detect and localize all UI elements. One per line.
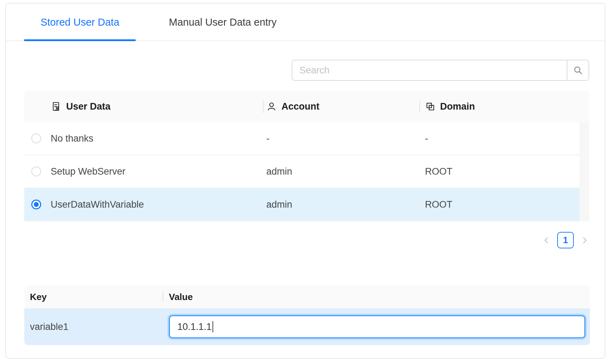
column-divider xyxy=(419,100,420,113)
variable-value-text: 10.1.1.1 xyxy=(177,321,212,332)
account-cell: admin xyxy=(263,199,419,210)
radio-button[interactable] xyxy=(31,167,41,176)
column-label-domain: Domain xyxy=(440,101,475,112)
user-data-table-header: User Data Account Domain xyxy=(24,91,589,122)
domain-cell: ROOT xyxy=(419,166,579,177)
user-data-table-body: No thanks - - Setup WebServer admin ROOT xyxy=(24,122,589,221)
search-input[interactable] xyxy=(292,60,567,80)
radio-button-checked[interactable] xyxy=(31,200,41,209)
key-column-header: Key xyxy=(24,292,163,303)
previous-page-button[interactable] xyxy=(541,235,552,246)
active-tab-indicator xyxy=(24,39,136,41)
table-row[interactable]: No thanks - - xyxy=(24,122,579,155)
table-scrollbar-track[interactable] xyxy=(579,122,589,221)
chevron-left-icon xyxy=(542,236,551,245)
column-label-account: Account xyxy=(281,101,319,112)
account-cell: - xyxy=(263,133,419,144)
search-icon xyxy=(572,65,584,76)
tab-bar: Stored User Data Manual User Data entry xyxy=(6,4,605,41)
chevron-right-icon xyxy=(580,236,589,245)
user-data-panel: Stored User Data Manual User Data entry xyxy=(5,3,605,359)
page-number-button[interactable]: 1 xyxy=(557,232,574,248)
table-row[interactable]: Setup WebServer admin ROOT xyxy=(24,155,579,188)
key-value-header: Key Value xyxy=(24,285,590,308)
user-data-cell: UserDataWithVariable xyxy=(51,199,144,210)
account-cell: admin xyxy=(263,166,419,177)
column-header-user-data: User Data xyxy=(24,101,263,112)
search-bar xyxy=(292,60,589,81)
value-column-header: Value xyxy=(163,292,590,303)
domain-cell: - xyxy=(419,133,579,144)
column-divider xyxy=(263,100,263,113)
column-header-account: Account xyxy=(263,101,419,112)
solution-icon xyxy=(51,101,62,112)
key-value-table: Key Value variable1 10.1.1.1 xyxy=(24,285,590,345)
user-data-table: User Data Account Domain xyxy=(24,91,589,221)
block-icon xyxy=(425,101,436,112)
key-value-row: variable1 10.1.1.1 xyxy=(24,308,590,345)
column-divider xyxy=(163,292,163,302)
next-page-button[interactable] xyxy=(579,235,590,246)
text-cursor xyxy=(212,321,214,332)
domain-cell: ROOT xyxy=(419,199,579,210)
tab-manual-user-data-entry[interactable]: Manual User Data entry xyxy=(169,4,277,41)
user-data-cell: No thanks xyxy=(51,133,94,144)
user-icon xyxy=(266,101,277,112)
search-button[interactable] xyxy=(567,60,589,80)
variable-key-label: variable1 xyxy=(24,321,163,332)
column-header-domain: Domain xyxy=(419,101,589,112)
column-label-user-data: User Data xyxy=(66,101,110,112)
tab-stored-user-data[interactable]: Stored User Data xyxy=(24,4,136,41)
radio-button[interactable] xyxy=(31,134,41,143)
pagination: 1 xyxy=(541,232,590,248)
table-row-selected[interactable]: UserDataWithVariable admin ROOT xyxy=(24,188,579,221)
variable-value-input[interactable]: 10.1.1.1 xyxy=(169,315,585,338)
user-data-cell: Setup WebServer xyxy=(51,166,126,177)
